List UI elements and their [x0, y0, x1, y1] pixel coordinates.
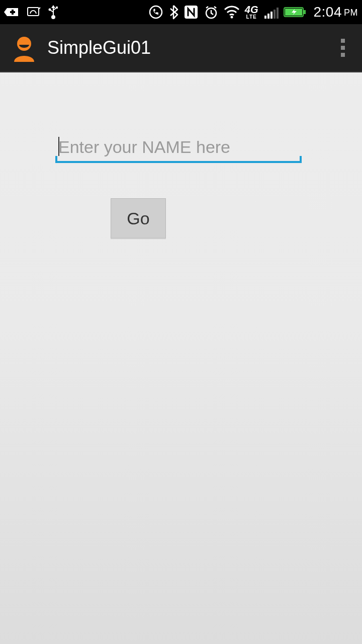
add-badge-icon [4, 6, 19, 18]
nfc-icon [184, 5, 199, 20]
svg-rect-17 [304, 10, 306, 14]
alarm-icon [204, 5, 219, 20]
clock-ampm: PM [344, 8, 358, 18]
overflow-dot-icon [341, 53, 345, 57]
svg-rect-2 [28, 8, 39, 16]
app-title: SimpleGui01 [47, 37, 334, 58]
battery-icon [284, 6, 306, 18]
svg-point-9 [230, 16, 233, 19]
svg-point-5 [49, 9, 51, 11]
bluetooth-icon [168, 5, 178, 20]
text-cursor [58, 137, 59, 156]
svg-point-6 [150, 6, 162, 18]
leaf-icon [26, 6, 41, 19]
svg-rect-10 [264, 16, 266, 19]
name-input[interactable] [55, 133, 302, 163]
svg-point-18 [17, 37, 31, 51]
network-type-label: 4G LTE [245, 5, 258, 20]
svg-rect-11 [267, 14, 269, 19]
svg-rect-12 [270, 12, 273, 19]
call-icon [148, 5, 163, 20]
svg-point-3 [51, 15, 55, 19]
svg-rect-14 [277, 8, 279, 19]
action-bar: SimpleGui01 [0, 24, 362, 72]
clock-hours-minutes: 2:04 [314, 4, 342, 20]
name-input-wrap[interactable] [55, 133, 302, 163]
usb-icon [48, 4, 58, 20]
svg-rect-13 [274, 10, 276, 19]
status-bar: 4G LTE 2:04PM [0, 0, 362, 24]
wifi-icon [224, 6, 240, 19]
go-button[interactable]: Go [111, 198, 166, 238]
content-area: Go [0, 72, 362, 238]
signal-icon [263, 6, 279, 19]
go-button-label: Go [127, 209, 149, 228]
app-icon [10, 34, 38, 62]
overflow-dot-icon [341, 39, 345, 43]
svg-rect-1 [12, 10, 14, 15]
overflow-dot-icon [341, 46, 345, 50]
clock-time: 2:04PM [314, 4, 358, 20]
svg-rect-4 [56, 7, 58, 9]
overflow-menu-button[interactable] [334, 36, 352, 60]
